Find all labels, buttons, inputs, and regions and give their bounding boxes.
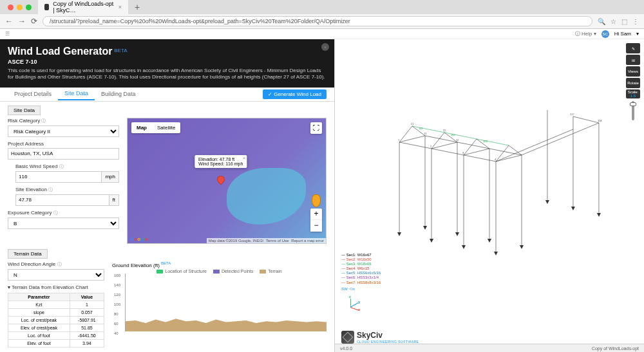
svg-line-15 bbox=[464, 149, 489, 155]
tab-project-details[interactable]: Project Details bbox=[8, 88, 58, 100]
terrain-data-toggle[interactable]: ▾ Terrain Data from Elevation Chart bbox=[8, 284, 104, 290]
table-row: Elev. of crest/peak51.85 bbox=[8, 324, 104, 331]
svg-marker-38 bbox=[455, 232, 459, 236]
reload-button[interactable]: ⟳ bbox=[31, 17, 37, 26]
elevation-legend: Location of Structure Detected Points Te… bbox=[112, 269, 327, 273]
hamburger-icon[interactable]: ☰ bbox=[5, 31, 10, 37]
svg-text:101: 101 bbox=[419, 127, 423, 130]
terrain-table: Parameter Value Kzt1slope0.057Loc. of cr… bbox=[8, 293, 104, 347]
maximize-window-icon[interactable] bbox=[26, 5, 32, 10]
table-row: Kzt1 bbox=[8, 301, 104, 308]
address-icons: 🔍 ☆ ⬚ ⋮ bbox=[598, 18, 639, 25]
svg-text:117: 117 bbox=[570, 113, 574, 116]
star-icon[interactable]: ☆ bbox=[611, 18, 616, 25]
table-row: Loc. of crest/peak-5807.91 bbox=[8, 316, 104, 324]
map-type-satellite[interactable]: Satellite bbox=[152, 122, 180, 133]
map-type-toggle: Map Satellite bbox=[131, 122, 180, 133]
exposure-category-select[interactable]: B bbox=[8, 218, 119, 229]
svg-text:1: 1 bbox=[398, 138, 400, 142]
info-icon[interactable]: ⓘ bbox=[41, 118, 46, 123]
3d-viewer[interactable]: 123 41112 2122 117104 101102103 bbox=[335, 39, 644, 352]
wind-direction-label: Wind Direction Angle ⓘ bbox=[8, 261, 104, 268]
minimize-window-icon[interactable] bbox=[17, 5, 23, 10]
tab-close-icon[interactable]: × bbox=[118, 4, 122, 10]
views-button[interactable]: Views bbox=[626, 66, 640, 77]
menu-icon[interactable]: ⋮ bbox=[632, 18, 639, 25]
report-error-link[interactable]: Report a map error bbox=[291, 239, 324, 243]
info-icon[interactable]: ⓘ bbox=[57, 262, 62, 266]
extension-icon[interactable]: ⬚ bbox=[621, 18, 627, 25]
new-tab-button[interactable]: + bbox=[131, 2, 144, 12]
section-legend-item: — Sec7: HSS8x8x3/16 bbox=[341, 281, 381, 285]
map-container[interactable]: Map Satellite ⛶ × Elevation: 47.78 ft Wi… bbox=[127, 118, 327, 244]
info-icon[interactable]: ⓘ bbox=[59, 164, 64, 169]
panel-tabs: Project Details Site Data Building Data … bbox=[0, 88, 334, 102]
svg-text:11: 11 bbox=[424, 132, 427, 135]
pegman-icon[interactable] bbox=[312, 194, 321, 207]
map-fullscreen-button[interactable]: ⛶ bbox=[310, 122, 322, 134]
terrain-data-section-tab[interactable]: Terrain Data bbox=[8, 249, 48, 259]
terrain-col-value: Value bbox=[70, 293, 104, 301]
back-button[interactable]: ← bbox=[5, 17, 13, 26]
site-data-section-tab[interactable]: Site Data bbox=[8, 106, 41, 115]
svg-marker-40 bbox=[520, 245, 524, 249]
help-button[interactable]: ⓘ Help ▾ bbox=[575, 30, 596, 37]
popup-close-icon[interactable]: × bbox=[243, 155, 246, 161]
svg-marker-37 bbox=[423, 226, 427, 230]
svg-marker-34 bbox=[430, 239, 433, 243]
risk-category-select[interactable]: Risk Category II bbox=[8, 125, 119, 137]
svg-text:104: 104 bbox=[598, 119, 602, 122]
section-legend-item: — Sec2: W16x50 bbox=[341, 257, 381, 262]
map-zoom-controls: + − bbox=[310, 208, 322, 232]
forward-button[interactable]: → bbox=[18, 17, 26, 26]
close-window-icon[interactable] bbox=[8, 5, 14, 10]
zoom-out-button[interactable]: − bbox=[310, 220, 322, 232]
tab-site-data[interactable]: Site Data bbox=[58, 88, 95, 100]
generate-wind-load-button[interactable]: ✓ Generate Wind Load bbox=[263, 89, 327, 99]
user-avatar[interactable]: SC bbox=[601, 30, 609, 38]
close-panel-button[interactable]: × bbox=[321, 43, 329, 51]
form-scroll-area[interactable]: Site Data Risk Category ⓘ Risk Category … bbox=[0, 102, 334, 352]
3d-viewer-panel: 123 41112 2122 117104 101102103 bbox=[334, 39, 644, 352]
app-topbar: ☰ ⓘ Help ▾ SC Hi Sam ▾ bbox=[0, 29, 644, 39]
tab-building-data[interactable]: Building Data bbox=[95, 88, 142, 100]
svg-marker-41 bbox=[571, 207, 575, 210]
project-address-input[interactable] bbox=[8, 148, 119, 160]
svg-marker-43 bbox=[545, 200, 549, 204]
zoom-in-button[interactable]: + bbox=[310, 208, 322, 220]
user-menu-chevron-icon[interactable]: ▾ bbox=[636, 31, 639, 37]
basic-wind-speed-input[interactable] bbox=[15, 171, 102, 183]
rotate-button[interactable]: Rotate bbox=[626, 78, 640, 88]
svg-line-13 bbox=[399, 136, 425, 142]
info-icon[interactable]: ⓘ bbox=[48, 187, 53, 192]
edit-tool-button[interactable]: ✎ bbox=[626, 43, 640, 53]
structure-wireframe: 123 41112 2122 117104 101102103 bbox=[335, 39, 644, 284]
svg-line-19 bbox=[573, 116, 599, 123]
map-attribution: Map data ©2019 Google, INEGI Terms of Us… bbox=[207, 238, 326, 243]
search-icon[interactable]: 🔍 bbox=[598, 18, 605, 25]
panel-subtitle: ASCE 7-10 bbox=[8, 59, 327, 65]
grid-tool-button[interactable]: ⊞ bbox=[626, 55, 640, 65]
panel-description: This code is used for generating wind lo… bbox=[8, 68, 327, 81]
scale-slider[interactable] bbox=[632, 101, 634, 120]
svg-text:103: 103 bbox=[483, 140, 488, 143]
svg-line-17 bbox=[522, 123, 599, 155]
url-input[interactable]: /structural/?preload_name=Copy%20of%20Wi… bbox=[43, 16, 592, 26]
svg-text:2: 2 bbox=[430, 145, 432, 148]
app-footer: v4.0.0 Copy of WindLoads-opt bbox=[335, 344, 644, 352]
terms-link[interactable]: Terms of Use bbox=[266, 239, 289, 243]
info-icon[interactable]: ⓘ bbox=[53, 210, 58, 215]
version-label: v4.0.0 bbox=[340, 346, 352, 351]
site-elevation-input[interactable] bbox=[15, 194, 109, 206]
section-legend-item: — Sec1: W16x67 bbox=[341, 253, 381, 257]
svg-text:4: 4 bbox=[495, 158, 497, 161]
window-controls bbox=[4, 5, 35, 10]
address-bar: ← → ⟳ /structural/?preload_name=Copy%20o… bbox=[0, 14, 644, 28]
wind-direction-select[interactable]: N bbox=[8, 269, 104, 281]
browser-tab[interactable]: Copy of WindLoads-opt | SkyC… × bbox=[38, 0, 128, 15]
svg-marker-42 bbox=[597, 213, 601, 217]
table-row: slope0.057 bbox=[8, 308, 104, 316]
map-type-map[interactable]: Map bbox=[131, 122, 152, 133]
section-legend-item: — Sec4: W6x15 bbox=[341, 266, 381, 271]
map-marker-icon[interactable] bbox=[217, 176, 225, 183]
